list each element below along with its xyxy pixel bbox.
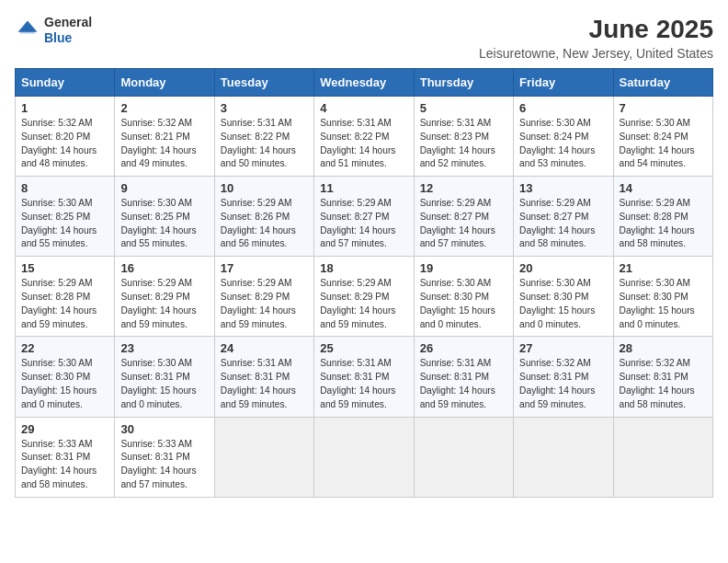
day-info: Sunrise: 5:29 AM Sunset: 8:27 PM Dayligh… xyxy=(420,197,507,251)
day-number: 17 xyxy=(221,261,308,275)
day-info: Sunrise: 5:30 AM Sunset: 8:30 PM Dayligh… xyxy=(420,277,507,331)
calendar-cell: 23 Sunrise: 5:30 AM Sunset: 8:31 PM Dayl… xyxy=(115,337,214,417)
calendar-cell: 26 Sunrise: 5:31 AM Sunset: 8:31 PM Dayl… xyxy=(414,337,513,417)
calendar-cell: 6 Sunrise: 5:30 AM Sunset: 8:24 PM Dayli… xyxy=(514,97,613,177)
day-number: 30 xyxy=(120,422,208,436)
weekday-header-wednesday: Wednesday xyxy=(314,69,414,97)
calendar-cell: 8 Sunrise: 5:30 AM Sunset: 8:25 PM Dayli… xyxy=(16,177,115,257)
day-number: 11 xyxy=(320,181,407,195)
day-number: 27 xyxy=(519,341,607,355)
calendar-cell: 1 Sunrise: 5:32 AM Sunset: 8:20 PM Dayli… xyxy=(16,97,115,177)
day-number: 3 xyxy=(221,101,308,115)
weekday-header-monday: Monday xyxy=(115,69,214,97)
calendar-cell xyxy=(514,417,613,497)
calendar-cell xyxy=(613,417,712,497)
calendar-week-row: 15 Sunrise: 5:29 AM Sunset: 8:28 PM Dayl… xyxy=(16,257,713,337)
day-number: 25 xyxy=(320,341,407,355)
day-info: Sunrise: 5:32 AM Sunset: 8:31 PM Dayligh… xyxy=(620,357,707,411)
page-header: General Blue June 2025 Leisuretowne, New… xyxy=(15,15,713,61)
calendar-cell: 15 Sunrise: 5:29 AM Sunset: 8:28 PM Dayl… xyxy=(16,257,115,337)
logo-blue-text: Blue xyxy=(44,30,92,46)
day-info: Sunrise: 5:31 AM Sunset: 8:31 PM Dayligh… xyxy=(221,357,308,411)
day-number: 14 xyxy=(620,181,707,195)
day-info: Sunrise: 5:31 AM Sunset: 8:31 PM Dayligh… xyxy=(320,357,407,411)
day-info: Sunrise: 5:31 AM Sunset: 8:22 PM Dayligh… xyxy=(221,117,308,171)
day-info: Sunrise: 5:33 AM Sunset: 8:31 PM Dayligh… xyxy=(21,438,108,492)
day-info: Sunrise: 5:30 AM Sunset: 8:30 PM Dayligh… xyxy=(519,277,607,331)
calendar-table: SundayMondayTuesdayWednesdayThursdayFrid… xyxy=(15,68,713,498)
calendar-cell: 16 Sunrise: 5:29 AM Sunset: 8:29 PM Dayl… xyxy=(115,257,214,337)
calendar-cell: 9 Sunrise: 5:30 AM Sunset: 8:25 PM Dayli… xyxy=(115,177,214,257)
calendar-cell: 11 Sunrise: 5:29 AM Sunset: 8:27 PM Dayl… xyxy=(314,177,414,257)
calendar-cell xyxy=(314,417,414,497)
calendar-cell: 18 Sunrise: 5:29 AM Sunset: 8:29 PM Dayl… xyxy=(314,257,414,337)
day-number: 16 xyxy=(120,261,208,275)
day-number: 12 xyxy=(420,181,507,195)
calendar-cell: 3 Sunrise: 5:31 AM Sunset: 8:22 PM Dayli… xyxy=(214,97,313,177)
day-info: Sunrise: 5:32 AM Sunset: 8:20 PM Dayligh… xyxy=(21,117,108,171)
calendar-cell: 19 Sunrise: 5:30 AM Sunset: 8:30 PM Dayl… xyxy=(414,257,513,337)
day-info: Sunrise: 5:30 AM Sunset: 8:25 PM Dayligh… xyxy=(120,197,208,251)
day-info: Sunrise: 5:29 AM Sunset: 8:29 PM Dayligh… xyxy=(320,277,407,331)
day-number: 15 xyxy=(21,261,108,275)
day-info: Sunrise: 5:32 AM Sunset: 8:31 PM Dayligh… xyxy=(519,357,607,411)
day-number: 24 xyxy=(221,341,308,355)
day-info: Sunrise: 5:29 AM Sunset: 8:27 PM Dayligh… xyxy=(519,197,607,251)
calendar-cell: 4 Sunrise: 5:31 AM Sunset: 8:22 PM Dayli… xyxy=(314,97,414,177)
day-info: Sunrise: 5:30 AM Sunset: 8:30 PM Dayligh… xyxy=(620,277,707,331)
weekday-header-tuesday: Tuesday xyxy=(214,69,313,97)
logo-general-text: General xyxy=(44,15,92,30)
day-info: Sunrise: 5:30 AM Sunset: 8:24 PM Dayligh… xyxy=(620,117,707,171)
weekday-header-row: SundayMondayTuesdayWednesdayThursdayFrid… xyxy=(16,69,713,97)
calendar-cell: 12 Sunrise: 5:29 AM Sunset: 8:27 PM Dayl… xyxy=(414,177,513,257)
day-info: Sunrise: 5:30 AM Sunset: 8:25 PM Dayligh… xyxy=(21,197,108,251)
logo: General Blue xyxy=(15,15,92,46)
day-number: 10 xyxy=(221,181,308,195)
calendar-cell xyxy=(414,417,513,497)
weekday-header-thursday: Thursday xyxy=(414,69,513,97)
main-title: June 2025 xyxy=(479,15,713,44)
day-number: 21 xyxy=(620,261,707,275)
day-info: Sunrise: 5:29 AM Sunset: 8:27 PM Dayligh… xyxy=(320,197,407,251)
day-number: 7 xyxy=(620,101,707,115)
day-number: 4 xyxy=(320,101,407,115)
calendar-cell: 29 Sunrise: 5:33 AM Sunset: 8:31 PM Dayl… xyxy=(16,417,115,497)
day-info: Sunrise: 5:30 AM Sunset: 8:24 PM Dayligh… xyxy=(519,117,607,171)
day-number: 19 xyxy=(420,261,507,275)
calendar-cell: 27 Sunrise: 5:32 AM Sunset: 8:31 PM Dayl… xyxy=(514,337,613,417)
day-number: 20 xyxy=(519,261,607,275)
day-info: Sunrise: 5:30 AM Sunset: 8:30 PM Dayligh… xyxy=(21,357,108,411)
weekday-header-friday: Friday xyxy=(514,69,613,97)
calendar-week-row: 1 Sunrise: 5:32 AM Sunset: 8:20 PM Dayli… xyxy=(16,97,713,177)
day-number: 8 xyxy=(21,181,108,195)
calendar-cell: 14 Sunrise: 5:29 AM Sunset: 8:28 PM Dayl… xyxy=(613,177,712,257)
calendar-cell: 17 Sunrise: 5:29 AM Sunset: 8:29 PM Dayl… xyxy=(214,257,313,337)
day-number: 5 xyxy=(420,101,507,115)
day-number: 23 xyxy=(120,341,208,355)
day-info: Sunrise: 5:29 AM Sunset: 8:26 PM Dayligh… xyxy=(221,197,308,251)
calendar-cell: 25 Sunrise: 5:31 AM Sunset: 8:31 PM Dayl… xyxy=(314,337,414,417)
weekday-header-saturday: Saturday xyxy=(613,69,712,97)
day-info: Sunrise: 5:31 AM Sunset: 8:31 PM Dayligh… xyxy=(420,357,507,411)
day-number: 13 xyxy=(519,181,607,195)
day-number: 22 xyxy=(21,341,108,355)
day-info: Sunrise: 5:29 AM Sunset: 8:29 PM Dayligh… xyxy=(221,277,308,331)
day-number: 18 xyxy=(320,261,407,275)
day-info: Sunrise: 5:31 AM Sunset: 8:22 PM Dayligh… xyxy=(320,117,407,171)
day-number: 9 xyxy=(120,181,208,195)
calendar-week-row: 22 Sunrise: 5:30 AM Sunset: 8:30 PM Dayl… xyxy=(16,337,713,417)
day-info: Sunrise: 5:31 AM Sunset: 8:23 PM Dayligh… xyxy=(420,117,507,171)
day-number: 6 xyxy=(519,101,607,115)
calendar-cell: 28 Sunrise: 5:32 AM Sunset: 8:31 PM Dayl… xyxy=(613,337,712,417)
day-info: Sunrise: 5:29 AM Sunset: 8:28 PM Dayligh… xyxy=(620,197,707,251)
calendar-cell: 21 Sunrise: 5:30 AM Sunset: 8:30 PM Dayl… xyxy=(613,257,712,337)
day-info: Sunrise: 5:29 AM Sunset: 8:29 PM Dayligh… xyxy=(120,277,208,331)
calendar-cell xyxy=(214,417,313,497)
day-number: 28 xyxy=(620,341,707,355)
calendar-cell: 20 Sunrise: 5:30 AM Sunset: 8:30 PM Dayl… xyxy=(514,257,613,337)
day-number: 2 xyxy=(120,101,208,115)
calendar-week-row: 8 Sunrise: 5:30 AM Sunset: 8:25 PM Dayli… xyxy=(16,177,713,257)
day-number: 29 xyxy=(21,422,108,436)
calendar-cell: 22 Sunrise: 5:30 AM Sunset: 8:30 PM Dayl… xyxy=(16,337,115,417)
calendar-cell: 13 Sunrise: 5:29 AM Sunset: 8:27 PM Dayl… xyxy=(514,177,613,257)
